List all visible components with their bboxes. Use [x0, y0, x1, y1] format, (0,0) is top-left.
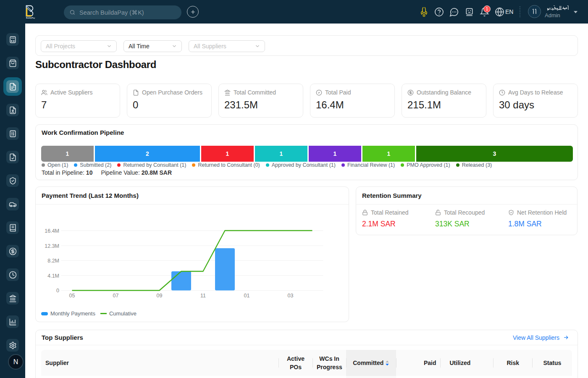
- svg-text:BuildaPay: BuildaPay: [26, 17, 35, 19]
- svg-text:12.3M: 12.3M: [45, 243, 59, 249]
- svg-text:8.2M: 8.2M: [47, 258, 59, 264]
- svg-text:01: 01: [244, 293, 250, 299]
- svg-text:16.4M: 16.4M: [45, 228, 59, 234]
- svg-text:05: 05: [69, 293, 75, 299]
- svg-text:09: 09: [157, 293, 163, 299]
- svg-text:4.1M: 4.1M: [47, 273, 59, 279]
- svg-text:0: 0: [56, 288, 59, 294]
- svg-text:11: 11: [200, 293, 206, 299]
- svg-text:07: 07: [113, 293, 119, 299]
- svg-text:03: 03: [288, 293, 294, 299]
